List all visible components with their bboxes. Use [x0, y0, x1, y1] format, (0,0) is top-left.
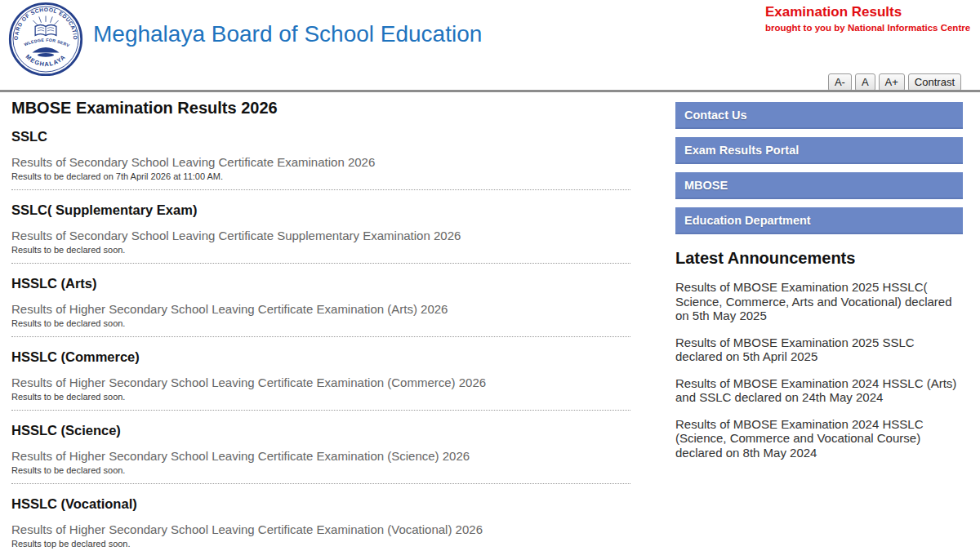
accessibility-button[interactable]: A-	[828, 73, 852, 91]
dotted-divider	[11, 483, 630, 485]
exam-section-description: Results of Higher Secondary School Leavi…	[11, 449, 630, 463]
sidebar-link-button[interactable]: MBOSE	[675, 172, 963, 199]
dotted-divider	[11, 336, 630, 338]
exam-section-status-note: Results to be declared soon.	[11, 465, 630, 476]
accessibility-button[interactable]: A+	[879, 73, 905, 91]
exam-section: HSSLC (Science) Results of Higher Second…	[11, 423, 630, 485]
dotted-divider	[11, 410, 630, 411]
announcement-item: Results of MBOSE Examination 2024 HSSLC …	[675, 376, 963, 405]
page-title: MBOSE Examination Results 2026	[11, 99, 630, 118]
header-divider	[0, 90, 980, 92]
exam-section-status-note: Results to be declared soon.	[11, 392, 630, 402]
mbose-results-page: BOARD OF SCHOOL EDUCATION MEGHALAYA	[0, 0, 980, 551]
exam-sections: SSLC Results of Secondary School Leaving…	[11, 129, 630, 549]
exam-section-heading: HSSLC (Arts)	[11, 276, 630, 291]
sidebar-link-button[interactable]: Contact Us	[675, 102, 963, 129]
exam-section-heading: HSSLC (Science)	[11, 423, 630, 438]
exam-section: HSSLC (Commerce) Results of Higher Secon…	[11, 349, 630, 411]
announcements-title: Latest Announcements	[675, 249, 963, 268]
exam-section-description: Results of Secondary School Leaving Cert…	[11, 229, 630, 242]
exam-section: HSSLC (Vocational) Results of Higher Sec…	[11, 496, 630, 549]
dotted-divider	[11, 263, 630, 264]
accessibility-toolbar: A- A A+ Contrast	[828, 73, 961, 91]
sidebar-link-label: Contact Us	[684, 109, 747, 122]
exam-section-heading: HSSLC (Vocational)	[11, 496, 630, 512]
dotted-divider	[11, 189, 630, 191]
results-banner: Examination Results brought to you by Na…	[765, 5, 970, 33]
exam-section-description: Results of Higher Secondary School Leavi…	[11, 375, 630, 389]
sidebar-link-label: Education Department	[684, 214, 811, 227]
exam-section-status-note: Results to be declared soon.	[11, 318, 630, 329]
banner-title: Examination Results	[765, 5, 970, 20]
exam-section-description: Results of Higher Secondary School Leavi…	[11, 522, 630, 536]
exam-section-heading: SSLC( Supplementary Exam)	[11, 202, 630, 218]
announcement-item: Results of MBOSE Examination 2024 HSSLC …	[675, 417, 963, 460]
accessibility-button[interactable]: Contrast	[908, 73, 961, 91]
sidebar-link-button[interactable]: Education Department	[675, 207, 963, 234]
exam-section: SSLC( Supplementary Exam) Results of Sec…	[11, 202, 630, 264]
site-title: Meghalaya Board of School Education	[93, 21, 482, 47]
exam-section-description: Results of Secondary School Leaving Cert…	[11, 155, 630, 169]
announcement-item: Results of MBOSE Examination 2025 SSLC d…	[675, 335, 963, 364]
exam-section-description: Results of Higher Secondary School Leavi…	[11, 302, 630, 316]
exam-section-status-note: Results to be declared soon.	[11, 245, 630, 256]
banner-subtitle: brought to you by National Informatics C…	[765, 23, 970, 33]
sidebar-link-label: Exam Results Portal	[684, 144, 799, 157]
main-content: MBOSE Examination Results 2026 SSLC Resu…	[11, 99, 630, 549]
logo-open-book	[35, 25, 56, 36]
exam-section: HSSLC (Arts) Results of Higher Secondary…	[11, 276, 630, 338]
exam-section: SSLC Results of Secondary School Leaving…	[11, 129, 630, 191]
announcements-list: Results of MBOSE Examination 2025 HSSLC(…	[675, 280, 963, 460]
sidebar-link-label: MBOSE	[684, 179, 728, 192]
mbose-seal-logo: BOARD OF SCHOOL EDUCATION MEGHALAYA	[8, 1, 83, 78]
exam-section-heading: HSSLC (Commerce)	[11, 349, 630, 365]
exam-section-status-note: Results to be declared on 7th April 2026…	[11, 171, 630, 182]
sidebar-link-button[interactable]: Exam Results Portal	[675, 137, 963, 164]
sidebar: Contact Us Exam Results Portal MBOSE Edu…	[675, 102, 963, 460]
accessibility-button[interactable]: A	[855, 73, 875, 91]
exam-section-heading: SSLC	[11, 129, 630, 144]
announcement-item: Results of MBOSE Examination 2025 HSSLC(…	[675, 280, 963, 323]
sidebar-links: Contact Us Exam Results Portal MBOSE Edu…	[675, 102, 963, 234]
exam-section-status-note: Results top be declared soon.	[11, 539, 630, 549]
